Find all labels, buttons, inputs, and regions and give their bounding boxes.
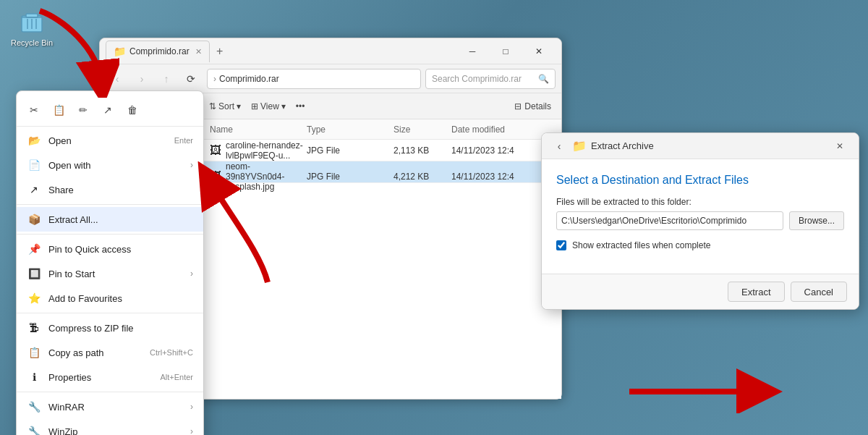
file-name: neom-39n8YVSn0d4-unsplash.jpg bbox=[226, 161, 307, 192]
close-button[interactable]: ✕ bbox=[522, 40, 556, 63]
explorer-tab[interactable]: 📁 Comprimido.rar ✕ bbox=[106, 41, 210, 62]
ctx-share-btn[interactable]: ↗ bbox=[96, 98, 119, 122]
ctx-open-with[interactable]: 📄 Open with › bbox=[17, 153, 203, 177]
ctx-open[interactable]: 📂 Open Enter bbox=[17, 128, 203, 153]
ctx-pin-start-icon: 🔲 bbox=[27, 266, 41, 281]
ctx-winrar[interactable]: 🔧 WinRAR › bbox=[17, 394, 203, 419]
dialog-checkbox-row: Show extracted files when complete bbox=[556, 240, 844, 250]
ctx-pin-start[interactable]: 🔲 Pin to Start › bbox=[17, 261, 203, 286]
ctx-winzip-icon: 🔧 bbox=[27, 424, 41, 435]
ctx-add-fav-label: Add to Favourites bbox=[48, 293, 122, 304]
dialog-titlebar: ‹ 📁 Extract Archive ✕ bbox=[542, 133, 859, 159]
show-files-checkbox[interactable] bbox=[556, 240, 566, 250]
up-button[interactable]: ↑ bbox=[155, 67, 178, 90]
dialog-body: Select a Destination and Extract Files F… bbox=[542, 159, 859, 274]
browse-button[interactable]: Browse... bbox=[789, 211, 844, 230]
ctx-copy-path[interactable]: 📋 Copy as path Ctrl+Shift+C bbox=[17, 340, 203, 365]
dialog-path-row: Browse... bbox=[556, 211, 844, 230]
file-name-cell: 🖼 neom-39n8YVSn0d4-unsplash.jpg bbox=[210, 161, 307, 192]
arrow-extract-btn bbox=[622, 363, 788, 413]
ctx-rename-btn[interactable]: ✏ bbox=[72, 98, 95, 122]
dialog-folder-icon: 📁 bbox=[572, 139, 587, 153]
back-button[interactable]: ‹ bbox=[106, 67, 129, 90]
address-path-text: Comprimido.rar bbox=[219, 74, 279, 84]
desktop: Recycle Bin Compri... 📁 Comprimido.rar ✕… bbox=[0, 0, 868, 435]
file-name-cell: 🖼 caroline-hernandez-lvlBpwlF9EQ-u... bbox=[210, 140, 307, 161]
view-button[interactable]: ⊞ View ▾ bbox=[247, 96, 290, 117]
file-date: 14/11/2023 12:4 bbox=[451, 145, 553, 156]
table-row[interactable]: 🖼 neom-39n8YVSn0d4-unsplash.jpg JPG File… bbox=[201, 161, 561, 183]
address-bar[interactable]: › Comprimido.rar bbox=[207, 69, 421, 89]
file-list-header: Name Type Size Date modified bbox=[201, 119, 561, 140]
search-box[interactable]: Search Comprimido.rar 🔍 bbox=[425, 69, 556, 89]
tab-close-button[interactable]: ✕ bbox=[195, 47, 202, 56]
cancel-button[interactable]: Cancel bbox=[791, 282, 847, 302]
ctx-open-label: Open bbox=[48, 135, 72, 146]
col-date[interactable]: Date modified bbox=[451, 124, 553, 135]
ctx-sep1 bbox=[17, 204, 203, 205]
ctx-sep3 bbox=[17, 313, 203, 313]
ctx-cut-btn[interactable]: ✂ bbox=[22, 98, 46, 122]
dialog-title: Extract Archive bbox=[591, 140, 654, 151]
recycle-bin-image bbox=[17, 7, 46, 36]
dialog-files-label: Files will be extracted to this folder: bbox=[556, 197, 844, 207]
extract-path-input[interactable] bbox=[556, 211, 783, 230]
dialog-back-button[interactable]: ‹ bbox=[550, 138, 568, 155]
explorer-toolbar: ‹ › ↑ ⟳ › Comprimido.rar Search Comprimi… bbox=[100, 64, 561, 93]
ctx-winzip-label: WinZip bbox=[48, 426, 77, 436]
sort-chevron: ▾ bbox=[237, 101, 241, 111]
recycle-bin-label: Recycle Bin bbox=[11, 38, 53, 47]
ctx-compress-label: Compress to ZIP file bbox=[48, 323, 134, 334]
minimize-button[interactable]: ─ bbox=[456, 40, 489, 63]
ctx-properties-shortcut: Alt+Enter bbox=[160, 373, 193, 381]
ctx-add-fav-icon: ⭐ bbox=[27, 291, 41, 305]
ctx-delete-btn[interactable]: 🗑 bbox=[121, 98, 144, 122]
ctx-share[interactable]: ↗ Share bbox=[17, 177, 203, 202]
new-tab-button[interactable]: + bbox=[211, 43, 229, 60]
sort-button[interactable]: ⇅ Sort ▾ bbox=[205, 96, 245, 117]
file-type: JPG File bbox=[307, 145, 393, 156]
dialog-footer: Extract Cancel bbox=[542, 274, 859, 309]
ctx-share-icon: ↗ bbox=[27, 182, 41, 197]
ctx-copy-path-shortcut: Ctrl+Shift+C bbox=[150, 348, 193, 357]
context-menu: ✂ 📋 ✏ ↗ 🗑 📂 Open Enter 📄 Open with › ↗ S… bbox=[16, 90, 204, 435]
ctx-winrar-arrow: › bbox=[190, 402, 193, 412]
ctx-extract-label: Extract All... bbox=[48, 214, 98, 225]
ctx-open-icon: 📂 bbox=[27, 133, 41, 148]
ctx-copy-btn[interactable]: 📋 bbox=[47, 98, 70, 122]
maximize-button[interactable]: □ bbox=[489, 40, 522, 63]
view-icon: ⊞ bbox=[251, 101, 258, 111]
refresh-button[interactable]: ⟳ bbox=[179, 67, 203, 90]
ctx-pin-quick-icon: 📌 bbox=[27, 242, 41, 256]
dialog-close-button[interactable]: ✕ bbox=[830, 136, 850, 156]
col-type[interactable]: Type bbox=[307, 124, 393, 135]
ctx-toolbar: ✂ 📋 ✏ ↗ 🗑 bbox=[17, 94, 203, 127]
ctx-compress-icon: 🗜 bbox=[27, 321, 41, 335]
file-icon: 🖼 bbox=[210, 144, 221, 157]
ctx-winzip[interactable]: 🔧 WinZip › bbox=[17, 419, 203, 435]
details-button[interactable]: ⊟ Details bbox=[510, 96, 556, 117]
window-controls: ─ □ ✕ bbox=[456, 40, 556, 63]
ctx-extract-icon: 📦 bbox=[27, 212, 41, 227]
ctx-compress[interactable]: 🗜 Compress to ZIP file bbox=[17, 316, 203, 340]
extract-button[interactable]: Extract bbox=[728, 282, 784, 302]
forward-button[interactable]: › bbox=[130, 67, 153, 90]
ctx-pin-quick[interactable]: 📌 Pin to Quick access bbox=[17, 237, 203, 261]
col-size[interactable]: Size bbox=[393, 124, 451, 135]
recycle-bin-icon[interactable]: Recycle Bin bbox=[9, 7, 55, 47]
details-label: Details bbox=[524, 101, 551, 111]
explorer-titlebar: 📁 Comprimido.rar ✕ + ─ □ ✕ bbox=[100, 38, 561, 64]
ctx-properties[interactable]: ℹ Properties Alt+Enter bbox=[17, 365, 203, 389]
ctx-winrar-icon: 🔧 bbox=[27, 400, 41, 414]
ctx-open-with-arrow: › bbox=[190, 160, 193, 170]
ctx-extract-all[interactable]: 📦 Extract All... bbox=[17, 207, 203, 232]
view-chevron: ▾ bbox=[281, 101, 286, 111]
ctx-add-fav[interactable]: ⭐ Add to Favourites bbox=[17, 286, 203, 311]
ctx-sep2 bbox=[17, 234, 203, 235]
tab-folder-icon: 📁 bbox=[114, 46, 126, 57]
more-button[interactable]: ••• bbox=[292, 96, 310, 117]
ctx-open-shortcut: Enter bbox=[174, 136, 193, 145]
dialog-heading: Select a Destination and Extract Files bbox=[556, 174, 844, 187]
table-row[interactable]: 🖼 caroline-hernandez-lvlBpwlF9EQ-u... JP… bbox=[201, 140, 561, 161]
col-name[interactable]: Name bbox=[210, 124, 307, 135]
